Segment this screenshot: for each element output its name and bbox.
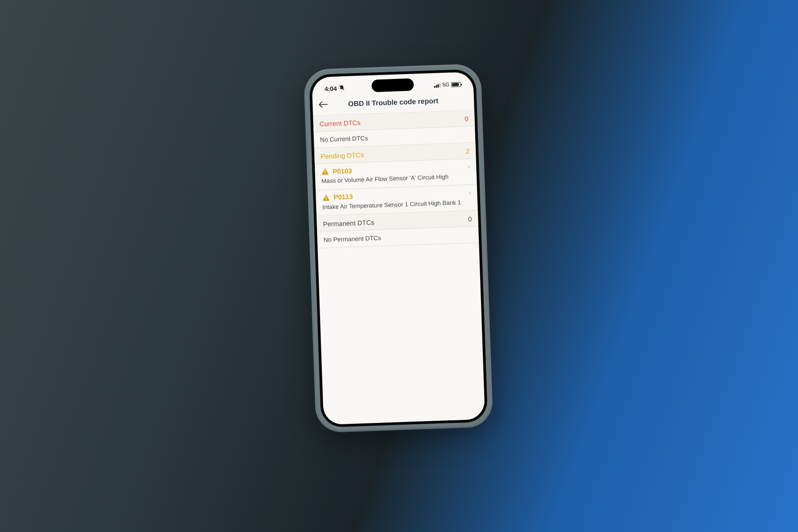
phone-bezel: 4:04 5G OBD II Trouble code report — [309, 69, 488, 428]
chevron-right-icon: › — [468, 162, 470, 170]
page-title: OBD II Trouble code report — [319, 96, 468, 109]
signal-icon — [434, 82, 441, 87]
do-not-disturb-icon — [339, 85, 345, 92]
network-label: 5G — [442, 82, 450, 88]
section-pending-count: 2 — [466, 147, 469, 155]
warning-icon — [322, 194, 330, 201]
phone-screen: 4:04 5G OBD II Trouble code report — [312, 72, 485, 425]
section-current-title: Current DTCs — [319, 119, 360, 128]
svg-rect-1 — [325, 170, 326, 172]
section-pending-title: Pending DTCs — [321, 151, 364, 160]
chevron-right-icon: › — [469, 188, 471, 196]
battery-icon — [451, 82, 461, 87]
svg-rect-3 — [326, 196, 327, 198]
section-permanent-title: Permanent DTCs — [323, 219, 374, 228]
section-current-count: 0 — [465, 115, 469, 122]
dynamic-island — [372, 78, 414, 92]
status-time: 4:04 — [325, 85, 337, 93]
phone-case: 4:04 5G OBD II Trouble code report — [303, 63, 493, 433]
content-area[interactable]: Current DTCs 0 No Current DTCs Pending D… — [313, 110, 485, 425]
warning-icon — [321, 168, 329, 175]
svg-rect-4 — [326, 199, 327, 200]
svg-rect-2 — [325, 173, 326, 174]
section-permanent-count: 0 — [468, 215, 472, 223]
